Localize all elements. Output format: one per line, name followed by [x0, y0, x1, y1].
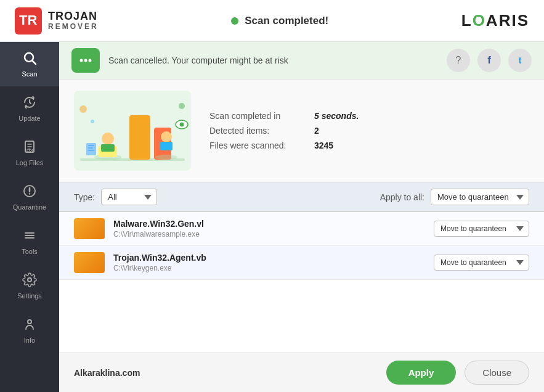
- svg-text:LOG: LOG: [26, 149, 35, 152]
- svg-rect-30: [160, 142, 173, 150]
- stat-time-value: 5 seconds.: [314, 111, 359, 121]
- type-filter-select[interactable]: All Trojan Malware Spyware: [101, 189, 157, 205]
- threat-severity-bar: [74, 252, 105, 273]
- threat-info: Trojan.Win32.Agent.vb C:\Vir\keygen.exe: [113, 253, 425, 272]
- sidebar-item-scan[interactable]: Scan: [0, 42, 59, 86]
- svg-point-20: [89, 59, 92, 62]
- threat-list: Malware.Win32.Gen.vl C:\Vir\malwaresampl…: [59, 212, 544, 353]
- svg-point-27: [102, 133, 114, 145]
- update-icon: [22, 95, 37, 112]
- threat-name: Trojan.Win32.Agent.vb: [113, 253, 425, 263]
- svg-rect-36: [88, 145, 94, 146]
- content-area: Scan cancelled. Your computer might be a…: [59, 42, 544, 392]
- threat-info: Malware.Win32.Gen.vl C:\Vir\malwaresampl…: [113, 219, 425, 239]
- threat-action-select[interactable]: Move to quaranteen Delete Ignore: [434, 255, 529, 271]
- twitter-button[interactable]: t: [508, 49, 532, 72]
- loaris-logo: LOARIS: [461, 11, 529, 30]
- svg-text:TR: TR: [19, 12, 37, 28]
- sidebar-item-quarantine[interactable]: Quarantine: [0, 175, 59, 219]
- apply-all-label: Apply to all:: [380, 192, 424, 202]
- scan-results-area: Scan completed in 5 seconds. Detected it…: [59, 80, 544, 182]
- threat-path: C:\Vir\keygen.exe: [113, 264, 425, 272]
- threat-action-select[interactable]: Move to quaranteen Delete Ignore: [434, 221, 529, 237]
- sidebar-item-log-files[interactable]: LOG Log Files: [0, 131, 59, 175]
- scan-status-text: Scan completed!: [245, 15, 328, 27]
- threat-item: Trojan.Win32.Agent.vb C:\Vir\keygen.exe …: [59, 246, 544, 280]
- stat-row-time: Scan completed in 5 seconds.: [209, 111, 359, 121]
- sidebar-scan-label: Scan: [22, 70, 37, 78]
- type-filter-label: Type:: [74, 192, 95, 202]
- sidebar-update-label: Update: [18, 115, 40, 122]
- log-files-icon: LOG: [22, 139, 37, 157]
- stat-row-scanned: Files were scanned: 3245: [209, 141, 359, 150]
- bottom-actions: Apply Clouse: [386, 361, 529, 385]
- apply-all-select[interactable]: Move to quaranteen Delete Ignore: [431, 189, 529, 205]
- svg-rect-38: [88, 150, 94, 151]
- sidebar-item-info[interactable]: Info: [0, 308, 59, 353]
- top-bar: TR TROJAN REMOVER Scan completed! LOARIS: [0, 0, 544, 42]
- sidebar-tools-label: Tools: [22, 248, 38, 255]
- facebook-button[interactable]: f: [477, 49, 501, 72]
- scan-status-area: Scan completed!: [231, 15, 328, 27]
- svg-rect-37: [88, 147, 93, 149]
- threat-item: Malware.Win32.Gen.vl C:\Vir\malwaresampl…: [59, 212, 544, 246]
- svg-point-32: [79, 105, 87, 113]
- sidebar-item-tools[interactable]: Tools: [0, 219, 59, 264]
- logo-remover-label: REMOVER: [48, 23, 99, 31]
- bottom-bar: Alkaraklina.com Apply Clouse: [59, 353, 544, 392]
- svg-point-29: [161, 131, 172, 142]
- filter-row: Type: All Trojan Malware Spyware Apply t…: [59, 182, 544, 212]
- logo-trojan-label: TROJAN: [48, 10, 99, 23]
- svg-rect-23: [129, 115, 150, 160]
- threat-severity-bar: [74, 218, 105, 239]
- threat-action: Move to quaranteen Delete Ignore: [434, 221, 529, 237]
- settings-icon: [22, 272, 37, 290]
- notification-text: Scan cancelled. Your computer might be a…: [108, 55, 438, 65]
- sidebar-item-settings[interactable]: Settings: [0, 264, 59, 308]
- sidebar-info-label: Info: [24, 337, 35, 344]
- sidebar-quarantine-label: Quarantine: [13, 203, 46, 211]
- logo-text: TROJAN REMOVER: [48, 10, 99, 31]
- watermark-text: Alkaraklina.com: [74, 368, 140, 378]
- scan-icon: [22, 51, 37, 68]
- notification-bar: Scan cancelled. Your computer might be a…: [59, 42, 544, 80]
- svg-point-16: [28, 320, 31, 324]
- scan-illustration: [74, 91, 191, 171]
- notification-actions: ? f t: [447, 49, 532, 72]
- svg-point-40: [180, 123, 184, 127]
- stat-time-label: Scan completed in: [209, 111, 308, 121]
- sidebar-settings-label: Settings: [17, 292, 42, 300]
- sidebar-logfiles-label: Log Files: [16, 159, 44, 166]
- tools-icon: [22, 228, 37, 245]
- main-layout: Scan Update: [0, 42, 544, 392]
- scan-stats: Scan completed in 5 seconds. Detected it…: [209, 111, 359, 150]
- close-button[interactable]: Clouse: [465, 361, 529, 385]
- threat-name: Malware.Win32.Gen.vl: [113, 219, 425, 229]
- filter-right: Apply to all: Move to quaranteen Delete …: [380, 189, 529, 205]
- apply-button[interactable]: Apply: [386, 361, 457, 385]
- stat-detected-label: Detected items:: [209, 126, 308, 136]
- trojan-remover-logo-icon: TR: [15, 7, 42, 35]
- svg-point-33: [179, 103, 185, 109]
- svg-rect-28: [101, 144, 115, 152]
- help-button[interactable]: ?: [447, 49, 470, 72]
- quarantine-icon: [22, 184, 37, 201]
- svg-point-18: [80, 59, 83, 62]
- svg-point-34: [91, 120, 94, 123]
- svg-point-31: [155, 155, 177, 160]
- notification-icon-box: [71, 48, 100, 73]
- status-dot-icon: [231, 17, 238, 25]
- svg-point-11: [29, 193, 30, 194]
- threat-action: Move to quaranteen Delete Ignore: [434, 255, 529, 271]
- logo-area: TR TROJAN REMOVER: [15, 7, 99, 35]
- stat-scanned-value: 3245: [314, 141, 333, 150]
- info-icon: [22, 317, 37, 334]
- stat-scanned-label: Files were scanned:: [209, 141, 308, 150]
- threat-path: C:\Vir\malwaresample.exe: [113, 230, 425, 239]
- stat-detected-value: 2: [314, 126, 319, 136]
- filter-left: Type: All Trojan Malware Spyware: [74, 189, 157, 205]
- svg-point-15: [28, 278, 31, 282]
- svg-point-19: [84, 59, 87, 62]
- sidebar-item-update[interactable]: Update: [0, 86, 59, 131]
- stat-row-detected: Detected items: 2: [209, 126, 359, 136]
